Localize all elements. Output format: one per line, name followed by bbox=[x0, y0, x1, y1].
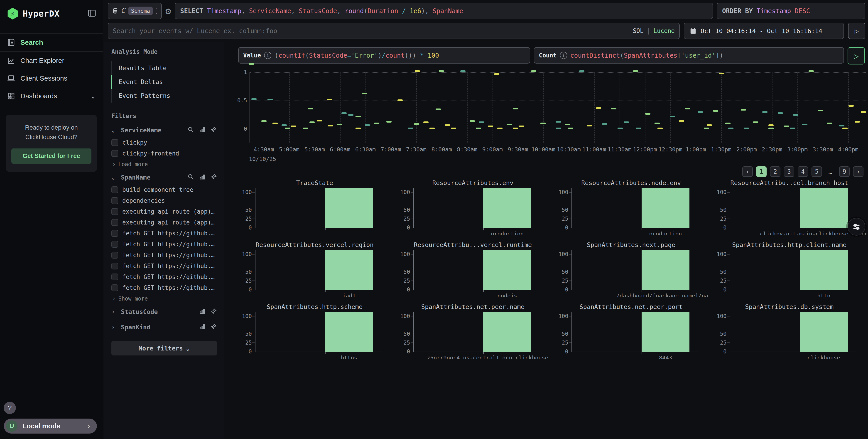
prev-page-button[interactable]: ‹ bbox=[742, 166, 753, 177]
data-point bbox=[445, 124, 450, 126]
collapse-sidebar-icon[interactable] bbox=[87, 9, 96, 19]
filter-option[interactable]: clickpy-frontend bbox=[112, 148, 217, 159]
sidebar-item-dashboards[interactable]: Dashboards ⌄ bbox=[0, 87, 103, 105]
page-button-4[interactable]: 4 bbox=[798, 166, 808, 177]
pin-icon[interactable] bbox=[210, 323, 217, 331]
sidebar-item-chart-explorer[interactable]: Chart Explorer bbox=[0, 52, 103, 69]
page-button-3[interactable]: 3 bbox=[784, 166, 794, 177]
attribute-chart[interactable]: ResourceAttributes.node.env10050250produ… bbox=[555, 179, 708, 235]
search-run-button[interactable]: ▷ bbox=[848, 23, 865, 39]
attribute-chart-title: SpanAttributes.net.peer.port bbox=[555, 303, 708, 312]
attribute-chart[interactable]: ResourceAttributes.env10050250production bbox=[397, 179, 550, 235]
chevron-right-icon: › bbox=[112, 161, 116, 168]
attribute-chart[interactable]: SpanAttributes.net.peer.port100502508443 bbox=[555, 303, 708, 359]
attribute-chart[interactable]: SpanAttributes.http.scheme10050250https bbox=[238, 303, 391, 359]
attribute-chart[interactable]: ResourceAttribu...vercel.runtime10050250… bbox=[397, 241, 550, 297]
attribute-chart[interactable]: SpanAttributes.db.system10050250clickhou… bbox=[713, 303, 866, 359]
page-button-1[interactable]: 1 bbox=[756, 166, 767, 177]
filter-option[interactable]: executing api route (app)… bbox=[112, 206, 217, 217]
sidebar-item-search[interactable]: Search bbox=[0, 33, 103, 52]
mini-y-tick bbox=[411, 316, 413, 316]
filters-panel: Analysis Mode Results TableEvent DeltasE… bbox=[104, 42, 224, 439]
filter-group-header-spanname[interactable]: ⌄SpanName bbox=[112, 169, 217, 184]
pin-icon[interactable] bbox=[210, 173, 217, 181]
checkbox[interactable] bbox=[112, 150, 118, 157]
pin-icon[interactable] bbox=[210, 308, 217, 316]
search-icon[interactable] bbox=[187, 173, 194, 181]
search-input[interactable]: Search your events w/ Lucene ex. column:… bbox=[108, 23, 680, 39]
help-button[interactable]: ? bbox=[4, 402, 16, 414]
bar-chart-icon[interactable] bbox=[199, 126, 206, 134]
page-button-5[interactable]: 5 bbox=[811, 166, 822, 177]
get-started-button[interactable]: Get Started for Free bbox=[11, 148, 91, 164]
mini-x-tick bbox=[642, 352, 642, 354]
checkbox[interactable] bbox=[112, 241, 118, 247]
checkbox[interactable] bbox=[112, 186, 118, 193]
sql-token: , bbox=[291, 7, 299, 15]
bar-chart-icon[interactable] bbox=[199, 323, 206, 331]
bar-chart-icon[interactable] bbox=[199, 308, 206, 316]
analysis-mode-event-patterns[interactable]: Event Patterns bbox=[112, 89, 217, 103]
attribute-bar bbox=[800, 188, 848, 228]
pin-icon[interactable] bbox=[210, 126, 217, 134]
checkbox[interactable] bbox=[112, 273, 118, 280]
page-button-2[interactable]: 2 bbox=[770, 166, 780, 177]
filter-load-more[interactable]: ›Load more bbox=[112, 159, 217, 169]
attribute-chart[interactable]: ResourceAttributes.vercel.region10050250… bbox=[238, 241, 391, 297]
checkbox[interactable] bbox=[112, 252, 118, 259]
more-filters-button[interactable]: More filters ⌄ bbox=[112, 341, 217, 355]
chart-options-button[interactable] bbox=[847, 218, 865, 236]
checkbox[interactable] bbox=[112, 230, 118, 237]
checkbox[interactable] bbox=[112, 208, 118, 215]
select-expression-input[interactable]: SELECT Timestamp, ServiceName, StatusCod… bbox=[175, 3, 713, 19]
filter-option[interactable]: build component tree bbox=[112, 184, 217, 195]
filter-group-header-statuscode[interactable]: ›StatusCode bbox=[112, 303, 217, 319]
event-deltas-chart[interactable]: 10.504:30am5:00am5:30am6:00am6:30am7:00a… bbox=[250, 72, 866, 143]
attribute-chart[interactable]: ResourceAttribu..cel.branch_host10050250… bbox=[713, 179, 866, 235]
run-analysis-button[interactable]: ▷ bbox=[847, 47, 865, 64]
order-by-input[interactable]: ORDER BY Timestamp DESC bbox=[717, 3, 865, 19]
next-page-button[interactable]: › bbox=[853, 166, 864, 177]
mini-y-tick bbox=[252, 316, 255, 316]
filter-group-header-servicename[interactable]: ⌄ServiceName bbox=[112, 122, 217, 137]
checkbox[interactable] bbox=[112, 263, 118, 269]
filter-group-header-spankind[interactable]: ›SpanKind bbox=[112, 319, 217, 334]
count-expression-input[interactable]: Count i countDistinct(SpanAttributes['us… bbox=[534, 47, 844, 64]
schema-badge[interactable]: Schema bbox=[128, 7, 153, 15]
filter-option[interactable]: clickpy bbox=[112, 137, 217, 148]
attribute-chart[interactable]: SpanAttributes.next.page10050250/dashboa… bbox=[555, 241, 708, 297]
filter-option[interactable]: fetch GET https://github.… bbox=[112, 228, 217, 239]
checkbox[interactable] bbox=[112, 139, 118, 146]
filter-option[interactable]: fetch GET https://github.… bbox=[112, 261, 217, 271]
attribute-chart-plot: 10050250/dashboard/[package_name]/page bbox=[571, 250, 699, 290]
filter-option[interactable]: fetch GET https://github.… bbox=[112, 250, 217, 261]
gear-icon[interactable]: ⚙ bbox=[165, 3, 171, 19]
page-button-9[interactable]: 9 bbox=[839, 166, 849, 177]
attribute-chart[interactable]: SpanAttributes.http.client.name10050250h… bbox=[713, 241, 866, 297]
sidebar-item-client-sessions[interactable]: Client Sessions bbox=[0, 69, 103, 87]
checkbox[interactable] bbox=[112, 285, 118, 291]
attribute-chart[interactable]: TraceState10050250 bbox=[238, 179, 391, 235]
filter-option[interactable]: dependencies bbox=[112, 195, 217, 206]
search-icon[interactable] bbox=[187, 126, 194, 134]
filter-option[interactable]: fetch GET https://github.… bbox=[112, 239, 217, 250]
checkbox[interactable] bbox=[112, 197, 118, 204]
data-point bbox=[415, 70, 420, 72]
filter-show-more[interactable]: ›Show more bbox=[112, 293, 217, 303]
analysis-mode-event-deltas[interactable]: Event Deltas bbox=[112, 75, 217, 89]
user-menu[interactable]: U Local mode › bbox=[4, 418, 97, 434]
value-expression-input[interactable]: Value i (countIf(StatusCode='Error')/cou… bbox=[238, 47, 530, 64]
mode-sql-toggle[interactable]: SQL bbox=[633, 27, 643, 34]
source-select[interactable]: ClickPy Traces Schema ⌃⌄ bbox=[108, 3, 162, 19]
analysis-mode-results-table[interactable]: Results Table bbox=[112, 61, 217, 75]
attribute-chart[interactable]: SpanAttributes.net.peer.name10050250z5pr… bbox=[397, 303, 550, 359]
filter-option[interactable]: fetch GET https://github.… bbox=[112, 271, 217, 282]
bar-chart-icon[interactable] bbox=[199, 173, 206, 181]
x-axis-label: 1:00pm bbox=[686, 146, 706, 153]
mode-lucene-toggle[interactable]: Lucene bbox=[653, 27, 675, 34]
time-range-picker[interactable]: Oct 10 04:16:14 - Oct 10 16:16:14 bbox=[684, 23, 844, 39]
gridline-v bbox=[671, 72, 671, 143]
filter-option[interactable]: executing api route (app)… bbox=[112, 217, 217, 228]
checkbox[interactable] bbox=[112, 219, 118, 226]
filter-option[interactable]: fetch GET https://github.… bbox=[112, 282, 217, 293]
